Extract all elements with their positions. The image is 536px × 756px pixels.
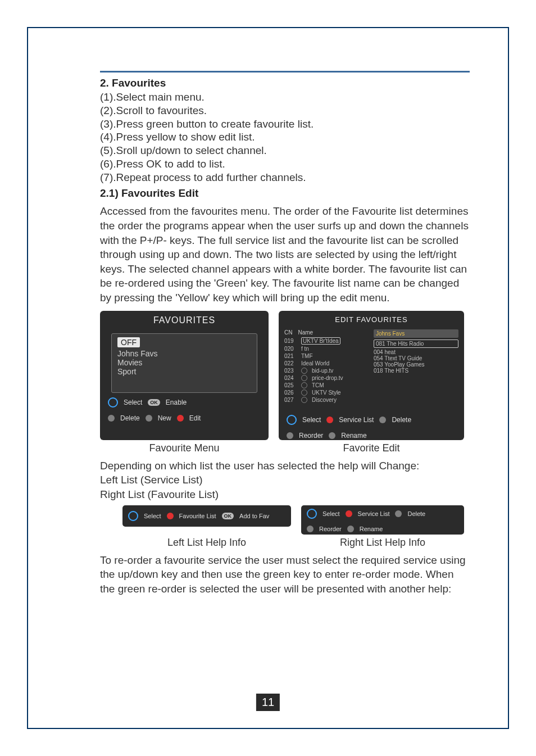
grey-dot-icon xyxy=(329,432,335,439)
red-dot-icon xyxy=(167,513,174,519)
svc-name[interactable]: bid-up.tv xyxy=(312,368,333,374)
depending-paragraph: Depending on which list the user has sel… xyxy=(100,459,470,502)
cn: 023 xyxy=(284,368,297,374)
help-delete: Delete xyxy=(120,414,140,422)
content: 2. Favourites (1).Select main menu. (2).… xyxy=(100,71,470,596)
depend-line3: Right List (Favourite List) xyxy=(100,487,470,502)
radio-icon xyxy=(301,375,307,381)
grey-dot-icon xyxy=(108,415,115,422)
fav-row[interactable]: 054 Ttext TV Guide xyxy=(374,355,458,361)
rh-svc: Service List xyxy=(358,510,390,517)
edit-columns: CNName 019UKTV Br'tIdea 020f tn 021TMF 0… xyxy=(284,329,458,414)
cn: 021 xyxy=(284,353,297,359)
rh-delete: Delete xyxy=(407,510,425,517)
fav-item-johns[interactable]: Johns Favs xyxy=(117,349,251,358)
favourites-panel: FAVOURITES OFF Johns Favs Movies Sport S… xyxy=(100,311,269,440)
radio-icon xyxy=(301,368,307,374)
nav-arrows-icon xyxy=(108,397,118,408)
ok-badge-icon: OK xyxy=(222,513,234,519)
edit-helpbar: Select Service List Delete Reorder Renam… xyxy=(279,414,464,444)
help-reorder: Reorder xyxy=(299,432,323,440)
step-2: (2).Scroll to favourites. xyxy=(100,104,470,117)
favlist-name: Johns Favs xyxy=(374,329,458,338)
favourites-list[interactable]: OFF Johns Favs Movies Sport xyxy=(111,333,257,393)
fav-row[interactable]: 081 The Hits Radio xyxy=(374,339,458,348)
cn: 022 xyxy=(284,360,297,366)
favourite-list-column[interactable]: Johns Favs 081 The Hits Radio 004 heat 0… xyxy=(374,329,458,414)
caption-favourite-menu: Favourite Menu xyxy=(100,442,269,454)
step-4: (4).Press yellow to show edit list. xyxy=(100,130,470,144)
help-service-list: Service List xyxy=(339,416,374,424)
red-dot-icon xyxy=(346,510,352,517)
lh-favlist: Favourite List xyxy=(179,513,216,519)
col-cn: CN xyxy=(284,329,292,336)
radio-icon xyxy=(301,397,307,403)
fav-item-movies[interactable]: Movies xyxy=(117,358,251,367)
page: 2. Favourites (1).Select main menu. (2).… xyxy=(0,0,536,756)
fav-item-off[interactable]: OFF xyxy=(117,337,140,347)
service-list-column[interactable]: CNName 019UKTV Br'tIdea 020f tn 021TMF 0… xyxy=(284,329,369,414)
heading-favourites-edit: 2.1) Favourites Edit xyxy=(100,187,470,200)
left-help-bar: Select Favourite List OK Add to Fav xyxy=(122,505,291,527)
cn: 024 xyxy=(284,375,297,381)
lh-add: Add to Fav xyxy=(239,513,269,519)
favourites-helpbar: Select OK Enable Delete New Edit xyxy=(100,393,269,427)
step-5: (5).Sroll up/down to select channel. xyxy=(100,144,470,157)
cn: 025 xyxy=(284,382,297,388)
caption-favorite-edit: Favorite Edit xyxy=(279,442,464,454)
fav-row[interactable]: 053 YooPlay Games xyxy=(374,361,458,368)
figure-captions: Favourite Menu Favorite Edit xyxy=(100,442,470,454)
grey-dot-icon xyxy=(307,526,314,532)
svc-name[interactable]: UKTV Style xyxy=(312,390,341,396)
nav-arrows-icon xyxy=(128,511,138,521)
section-rule xyxy=(100,71,470,73)
heading-favourites: 2. Favourites xyxy=(100,77,470,89)
svc-name[interactable]: TCM xyxy=(312,382,324,388)
red-dot-icon xyxy=(326,417,333,423)
fav-row[interactable]: 004 heat xyxy=(374,349,458,355)
svc-name[interactable]: Ideal World xyxy=(301,360,329,366)
depend-line1: Depending on which list the user has sel… xyxy=(100,459,470,473)
help-new: New xyxy=(158,414,171,422)
svc-name[interactable]: Discovery xyxy=(312,397,337,403)
step-7: (7).Repeat process to add further channe… xyxy=(100,171,470,184)
favourites-edit-paragraph: Accessed from the favourites menu. The o… xyxy=(100,204,470,305)
grey-dot-icon xyxy=(395,510,402,517)
page-frame: 2. Favourites (1).Select main menu. (2).… xyxy=(27,27,509,729)
right-help-bar: Select Service List Delete Reorder Renam… xyxy=(301,505,464,535)
caption-right-help: Right List Help Info xyxy=(301,537,464,549)
fav-row[interactable]: 018 The HITS xyxy=(374,368,458,374)
grey-dot-icon xyxy=(287,432,293,439)
help-edit: Edit xyxy=(189,414,201,422)
rh-select: Select xyxy=(322,510,340,517)
fav-item-sport[interactable]: Sport xyxy=(117,367,251,376)
help-enable: Enable xyxy=(166,399,187,406)
svc-name[interactable]: price-drop.tv xyxy=(312,375,343,381)
edit-panel-title: EDIT FAVOURITES xyxy=(279,311,464,328)
svc-name[interactable]: UKTV Br'tIdea xyxy=(301,337,340,345)
edit-favourites-panel: EDIT FAVOURITES CNName 019UKTV Br'tIdea … xyxy=(279,311,464,440)
favourites-steps: (1).Select main menu. (2).Scroll to favo… xyxy=(100,90,470,184)
nav-arrows-icon xyxy=(307,509,317,519)
caption-left-help: Left List Help Info xyxy=(122,537,291,549)
radio-icon xyxy=(301,390,307,396)
step-3: (3).Press green button to create favouri… xyxy=(100,117,470,131)
grey-dot-icon xyxy=(146,415,152,422)
rh-reorder: Reorder xyxy=(319,526,342,532)
red-dot-icon xyxy=(177,415,184,422)
page-number: 11 xyxy=(256,694,280,711)
col-name: Name xyxy=(298,329,313,336)
help-select: Select xyxy=(302,416,321,424)
help-delete: Delete xyxy=(392,416,411,424)
cn: 020 xyxy=(284,346,297,352)
radio-icon xyxy=(301,382,307,388)
help-select: Select xyxy=(124,399,142,406)
cn: 027 xyxy=(284,397,297,403)
svc-name[interactable]: f tn xyxy=(301,346,309,352)
svc-name[interactable]: TMF xyxy=(301,353,313,359)
favourites-panel-title: FAVOURITES xyxy=(100,311,269,330)
step-1: (1).Select main menu. xyxy=(100,90,470,104)
cn: 026 xyxy=(284,390,297,396)
step-6: (6).Press OK to add to list. xyxy=(100,157,470,171)
figure-row: FAVOURITES OFF Johns Favs Movies Sport S… xyxy=(100,311,470,440)
